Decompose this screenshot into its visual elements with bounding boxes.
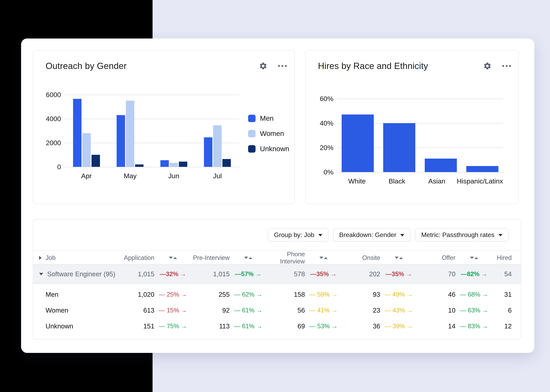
bar-women-jul	[213, 125, 222, 167]
column-header-label: Job	[46, 254, 56, 261]
dropdown-breakdown[interactable]: Breakdown: Gender	[333, 228, 411, 241]
bar-unknown-jul	[222, 159, 231, 167]
x-axis-tick: White	[337, 177, 377, 185]
stage-count: 93	[342, 291, 380, 298]
legend-label: Men	[260, 114, 274, 122]
passthrough-rate: — 68% →	[456, 291, 492, 298]
settings-gear-icon[interactable]	[483, 62, 492, 70]
bar-men-apr	[73, 99, 81, 167]
x-axis-tick: Jun	[152, 172, 196, 180]
column-header-job[interactable]: Job	[39, 254, 116, 261]
stage-count: 1,015	[116, 270, 154, 278]
stage-count: 578	[267, 270, 305, 278]
y-axis-tick: 4000	[46, 115, 61, 123]
passthrough-rate: — 59% →	[305, 291, 342, 298]
hires-card: Hires by Race and Ethnicity 0%20%40%60%W…	[305, 50, 519, 204]
column-header-phone-interview: Phone Interview	[267, 251, 305, 265]
table-row-men: Men1,020— 25% →255— 62% →158— 59% →93— 4…	[33, 287, 521, 302]
outreach-card-header: Outreach by Gender	[33, 50, 294, 71]
settings-gear-icon[interactable]	[259, 62, 267, 70]
table-row-women: Women613— 15% →92— 61% →56— 41% →23— 43%…	[33, 302, 521, 318]
sort-icon-phone-interview[interactable]	[305, 256, 342, 260]
sort-icon-pre-interview[interactable]	[230, 256, 267, 260]
stage-count: 1,015	[191, 270, 230, 278]
table-toolbar: Group by: JobBreakdown: GenderMetric: Pa…	[33, 219, 521, 251]
x-axis-tick: Black	[377, 177, 417, 185]
passthrough-rate: — 41% →	[305, 307, 342, 314]
chevron-down-icon	[318, 234, 322, 236]
y-axis-tick: 40%	[320, 119, 333, 127]
table-row-unknown: Unknown151— 75% →113— 61% →69— 53% →36— …	[33, 318, 521, 334]
stage-count: 202	[342, 270, 380, 278]
stage-count-hired: 31	[492, 291, 512, 298]
table-body: Men1,020— 25% →255— 62% →158— 59% →93— 4…	[33, 284, 521, 334]
bar-asian	[425, 159, 457, 172]
gridline	[65, 167, 239, 167]
bar-women-jun	[170, 163, 178, 167]
legend-swatch-icon	[248, 145, 255, 153]
sort-icon-onsite[interactable]	[380, 256, 417, 260]
bar-white	[342, 114, 374, 172]
legend-item-unknown: Unknown	[248, 145, 289, 153]
dashboard-canvas: Outreach by Gender 0200040006000AprMayJu…	[0, 0, 550, 392]
bar-unknown-may	[135, 164, 144, 167]
passthrough-rate: —35% →	[380, 271, 417, 278]
x-axis-tick: Hispanic/Latinx	[457, 177, 503, 185]
sort-icon-offer[interactable]	[456, 256, 492, 260]
dropdown-group-by[interactable]: Group by: Job	[268, 228, 328, 241]
bar-men-jun	[160, 160, 169, 167]
stage-count: 36	[342, 322, 380, 330]
bar-women-apr	[82, 133, 91, 167]
main-panel: Outreach by Gender 0200040006000AprMayJu…	[21, 38, 534, 353]
dropdown-label: Group by: Job	[274, 231, 314, 239]
passthrough-rate: — 25% →	[154, 291, 191, 298]
bar-unknown-apr	[92, 155, 100, 167]
bar-group-may	[109, 95, 152, 167]
legend-swatch-icon	[248, 115, 255, 122]
outreach-bar-chart: 0200040006000AprMayJunJul	[65, 95, 239, 167]
expand-all-caret-icon[interactable]	[39, 256, 42, 260]
passthrough-rate: — 43% →	[380, 307, 417, 314]
more-options-icon[interactable]	[278, 65, 287, 67]
row-label: Unknown	[39, 322, 116, 330]
stage-count: 46	[417, 291, 456, 298]
dropdown-metric[interactable]: Metric: Passthrough rates	[415, 228, 508, 241]
bar-women-may	[126, 101, 134, 167]
column-header-application: Application	[116, 254, 154, 261]
outreach-card: Outreach by Gender 0200040006000AprMayJu…	[33, 50, 295, 204]
group-row-label: Software Engineer (95)	[39, 270, 116, 278]
table-group-row-software-engineer[interactable]: Software Engineer (95)1,015—32% →1,015—5…	[33, 265, 521, 284]
hires-card-header: Hires by Race and Ethnicity	[305, 50, 519, 71]
y-axis-tick: 20%	[320, 144, 333, 152]
group-row-title: Software Engineer (95)	[47, 270, 115, 278]
stage-count-hired: 12	[492, 322, 512, 330]
passthrough-rate: — 49% →	[380, 291, 417, 298]
legend-swatch-icon	[248, 130, 255, 137]
y-axis-tick: 2000	[46, 139, 61, 147]
stage-count: 1,020	[116, 291, 154, 298]
card-actions	[483, 62, 511, 70]
bar-group-jul	[196, 95, 239, 167]
x-axis-tick: May	[109, 172, 152, 180]
bar-groups	[337, 99, 503, 172]
x-axis-tick: Jul	[196, 172, 239, 180]
sort-icon-application[interactable]	[154, 256, 191, 260]
bar-group	[379, 99, 420, 172]
bar-hispanic-latinx	[466, 166, 499, 172]
y-axis-tick: 0	[57, 163, 61, 171]
passthrough-rate: — 83% →	[456, 323, 492, 330]
passthrough-rate: —82% →	[456, 271, 492, 278]
column-header-onsite: Onsite	[342, 254, 380, 261]
more-options-icon[interactable]	[502, 65, 511, 67]
y-axis-tick: 6000	[46, 91, 61, 99]
collapse-caret-icon[interactable]	[39, 273, 43, 275]
bar-men-may	[117, 115, 125, 167]
outreach-chart-legend: MenWomenUnknown	[248, 114, 289, 153]
passthrough-rate: — 53% →	[305, 323, 342, 330]
column-header-pre-interview: Pre-Interview	[191, 254, 230, 261]
bar-black	[383, 123, 415, 172]
funnel-table-card: Group by: JobBreakdown: GenderMetric: Pa…	[33, 219, 521, 339]
hires-bar-chart: 0%20%40%60%WhiteBlackAsianHispanic/Latin…	[337, 99, 503, 172]
stage-count: 613	[116, 307, 154, 314]
x-axis-labels: WhiteBlackAsianHispanic/Latinx	[337, 177, 503, 185]
